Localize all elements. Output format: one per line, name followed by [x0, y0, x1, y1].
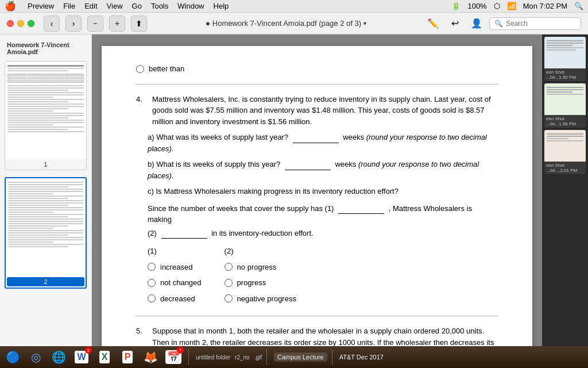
- menu-go[interactable]: Go: [132, 2, 142, 10]
- taskbar-label-3: .gif: [254, 354, 262, 361]
- opt-no-progress-label: no progress: [237, 262, 277, 273]
- recent-thumb-1[interactable]: een Shot...04...1.50 PM: [544, 37, 586, 81]
- dock-powerpoint[interactable]: P: [117, 347, 138, 367]
- taskbar-label-2: r2_no: [235, 354, 250, 361]
- radio-no-progress[interactable]: [225, 263, 233, 271]
- dock-chrome[interactable]: 🌐: [48, 347, 69, 367]
- q4-col1: (1) increased not changed: [148, 246, 202, 304]
- opt-decreased-label: decreased: [160, 293, 195, 305]
- dock-siri[interactable]: ◎: [25, 347, 46, 367]
- zoom-in-button[interactable]: ＋: [109, 16, 125, 32]
- thumb3-label: een Shot...04....2.01 PM: [544, 162, 586, 174]
- menu-bar: 🍎 Preview File Edit View Go Tools Window…: [0, 0, 588, 13]
- q4b-suffix: weeks: [335, 160, 356, 168]
- q4-opt-increased[interactable]: increased: [148, 262, 202, 273]
- thumb1-preview: [5, 62, 86, 159]
- dock-excel[interactable]: X: [94, 347, 115, 367]
- nav-forward-button[interactable]: ›: [65, 16, 82, 32]
- close-button[interactable]: [7, 20, 14, 27]
- traffic-lights[interactable]: [7, 20, 34, 27]
- powerpoint-icon: P: [122, 351, 133, 363]
- line2-blank[interactable]: [161, 238, 207, 239]
- opt-progress-label: progress: [237, 277, 266, 289]
- dock-word[interactable]: W 2: [71, 347, 92, 367]
- q4-col2-header: (2): [225, 246, 296, 257]
- menu-view[interactable]: View: [107, 2, 123, 10]
- menu-preview[interactable]: Preview: [28, 2, 54, 10]
- col1-header-label: (1): [148, 246, 157, 257]
- zoom-out-button[interactable]: －: [87, 16, 103, 32]
- line2-prefix: (2): [148, 229, 157, 237]
- q4-opt-decreased[interactable]: decreased: [148, 293, 202, 305]
- q5-text: Suppose that in month 1, both the retail…: [152, 325, 498, 346]
- dock-separator-3: [332, 349, 332, 365]
- menu-file[interactable]: File: [63, 2, 75, 10]
- search-box[interactable]: 🔍: [489, 17, 581, 30]
- fullscreen-button[interactable]: [28, 20, 34, 27]
- dock-calendar[interactable]: 📅 7: [163, 347, 184, 367]
- radio-negative-progress[interactable]: [225, 294, 233, 302]
- firefox-icon: 🦊: [144, 350, 158, 364]
- q4-opt-negative-progress[interactable]: negative progress: [225, 293, 296, 305]
- contacts-button[interactable]: 👤: [469, 16, 485, 32]
- rotate-button[interactable]: ↩: [447, 16, 463, 32]
- col2-header-label: (2): [225, 246, 234, 257]
- finder-icon: 🔵: [6, 350, 20, 364]
- taskbar-label-att: AT&T Dec 2017: [339, 354, 384, 361]
- since-text: Since the number of weeks that cover the…: [148, 204, 334, 213]
- excel-icon: X: [99, 351, 110, 363]
- annotate-button[interactable]: ✏️: [425, 16, 441, 32]
- search-input[interactable]: [506, 20, 575, 28]
- siri-icon: ◎: [31, 350, 41, 364]
- question-4-block: 4. Mattress Wholesalers, Inc. is constan…: [136, 94, 498, 305]
- calendar-badge: 7: [177, 347, 184, 354]
- menu-tools[interactable]: Tools: [151, 2, 168, 10]
- q4b-label: b) What is its weeks of supply this year…: [148, 160, 280, 168]
- recent-thumb-3[interactable]: een Shot...04....2.01 PM: [544, 130, 586, 174]
- thumb2-label: een Shot...04...1.56 PM: [544, 115, 586, 128]
- line2-suffix: in its inventory-reduction effort.: [211, 229, 314, 237]
- q4-opt-no-progress[interactable]: no progress: [225, 262, 296, 273]
- q4-opt-progress[interactable]: progress: [225, 277, 296, 289]
- radio-decreased[interactable]: [148, 294, 156, 302]
- chrome-icon: 🌐: [52, 350, 66, 364]
- minimize-button[interactable]: [17, 20, 24, 27]
- dock-separator: [188, 349, 189, 365]
- clock: Mon 7:02 PM: [523, 2, 567, 10]
- taskbar-label-1: untitled folder: [196, 354, 230, 361]
- q5-header: 5. Suppose that in month 1, both the ret…: [136, 325, 498, 346]
- radio-not-changed[interactable]: [148, 279, 156, 287]
- search-menubar-icon[interactable]: 🔍: [574, 2, 583, 10]
- taskbar: 🔵 ◎ 🌐 W 2 X P 🦊 📅 7 untitled folder r2_n…: [0, 346, 588, 368]
- menu-window[interactable]: Window: [177, 2, 204, 10]
- q4-opt-not-changed[interactable]: not changed: [148, 277, 202, 289]
- menu-edit[interactable]: Edit: [84, 2, 97, 10]
- share-button[interactable]: ⬆: [131, 16, 147, 32]
- radio-increased[interactable]: [148, 263, 156, 271]
- q4a-blank[interactable]: [293, 143, 339, 143]
- opt-increased-label: increased: [160, 262, 192, 273]
- sidebar-page2-thumb[interactable]: 2: [5, 177, 87, 289]
- divider-q5: [136, 316, 498, 316]
- question-5-block: 5. Suppose that in month 1, both the ret…: [136, 325, 498, 346]
- sidebar-filename: Homework 7-Vincent Amoia.pdf: [2, 39, 89, 57]
- q4-col2: (2) no progress progress: [225, 246, 296, 304]
- radio-unchecked-top[interactable]: [136, 65, 144, 73]
- chevron-left-icon: ‹: [51, 19, 53, 28]
- share-icon: ⬆: [136, 19, 142, 28]
- nav-back-button[interactable]: ‹: [44, 16, 60, 32]
- q4b-blank[interactable]: [285, 170, 331, 170]
- thumb2-img: [544, 83, 586, 115]
- radio-progress[interactable]: [225, 279, 233, 287]
- dock-finder[interactable]: 🔵: [2, 347, 23, 367]
- apple-menu[interactable]: 🍎: [5, 1, 16, 12]
- window-title: Homework 7-Vincent Amoia.pdf (page 2 of …: [212, 19, 361, 28]
- dock-firefox[interactable]: 🦊: [140, 347, 161, 367]
- wifi-icon: 📶: [507, 2, 516, 10]
- recent-thumb-2[interactable]: een Shot...04...1.56 PM: [544, 83, 586, 128]
- main-content: Homework 7-Vincent Amoia.pdf: [0, 34, 588, 346]
- menu-help[interactable]: Help: [214, 2, 229, 10]
- sidebar-page1-thumb[interactable]: 1: [5, 61, 87, 170]
- word-badge: 2: [85, 347, 92, 354]
- since-blank[interactable]: [338, 213, 384, 214]
